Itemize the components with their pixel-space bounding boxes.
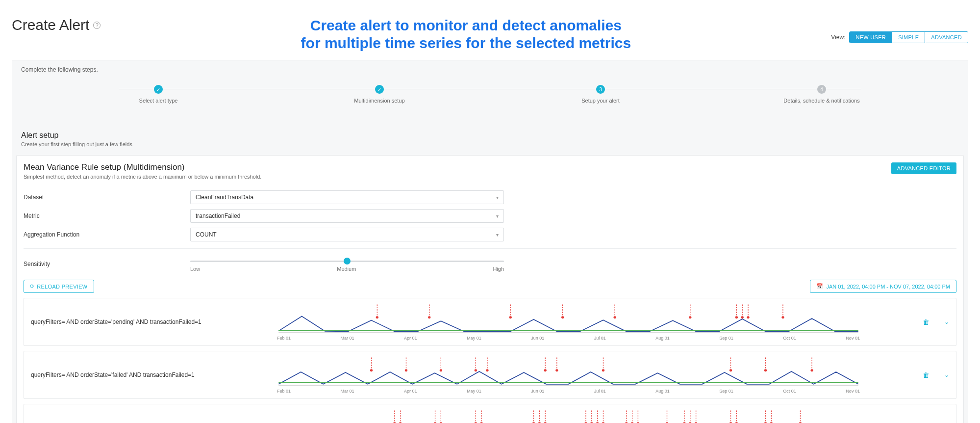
axis-tick: Nov 01 <box>846 336 860 341</box>
sensitivity-high: High <box>493 266 504 272</box>
step-2: Multidimension setup <box>330 85 428 104</box>
axis-tick: May 01 <box>467 389 481 394</box>
svg-point-41 <box>764 369 767 371</box>
sensitivity-slider[interactable]: Low Medium High <box>190 256 504 272</box>
chevron-down-icon: ▾ <box>496 195 499 200</box>
axis-tick: Jun 01 <box>531 389 544 394</box>
step-label-2: Multidimension setup <box>330 98 428 104</box>
step-3: 3 Setup your alert <box>552 85 650 104</box>
sensitivity-low: Low <box>190 266 200 272</box>
aggregation-value: COUNT <box>196 231 217 238</box>
metric-select[interactable]: transactionFailed ▾ <box>190 209 504 223</box>
trash-icon[interactable]: 🗑 <box>923 318 930 326</box>
series-query-label: queryFilters= AND orderState='pending' A… <box>31 318 276 325</box>
view-tab-new-user[interactable]: NEW USER <box>850 32 892 43</box>
stepper: Select alert type Multidimension setup 3… <box>21 82 959 117</box>
view-button-group: NEW USER SIMPLE ADVANCED <box>849 31 968 43</box>
svg-point-6 <box>509 316 512 318</box>
advanced-editor-button[interactable]: ADVANCED EDITOR <box>891 162 956 174</box>
aggregation-select[interactable]: COUNT ▾ <box>190 228 504 241</box>
rule-subtitle: Simplest method, detect an anomaly if a … <box>24 174 261 180</box>
chevron-down-icon: ▾ <box>496 213 499 219</box>
series-card: queryFilters= AND orderState='pending' A… <box>24 298 956 346</box>
axis-tick: Aug 01 <box>655 389 670 394</box>
svg-point-37 <box>602 369 604 371</box>
svg-point-18 <box>747 316 749 318</box>
svg-point-23 <box>370 369 373 371</box>
svg-point-2 <box>376 316 378 318</box>
axis-tick: Sep 01 <box>719 336 733 341</box>
metric-value: transactionFailed <box>196 212 240 219</box>
slider-thumb[interactable] <box>344 258 351 264</box>
date-range-text: JAN 01, 2022, 04:00 PM - NOV 07, 2022, 0… <box>826 284 950 290</box>
step-dot-4: 4 <box>817 85 826 94</box>
aggregation-label: Aggregation Function <box>24 231 190 238</box>
series-chart <box>276 356 861 388</box>
svg-point-8 <box>561 316 564 318</box>
chevron-down-icon: ▾ <box>496 232 499 238</box>
series-card: queryFilters= AND orderState='fulfilled'… <box>24 404 956 423</box>
step-dot-2 <box>375 85 384 94</box>
series-actions: 🗑⌄ <box>861 318 949 326</box>
axis-tick: Aug 01 <box>655 336 670 341</box>
step-label-1: Select alert type <box>109 98 207 104</box>
chart-x-axis: Feb 01Mar 01Apr 01May 01Jun 01Jul 01Aug … <box>276 336 861 341</box>
svg-point-10 <box>613 316 616 318</box>
axis-tick: Jun 01 <box>531 336 544 341</box>
axis-tick: Oct 01 <box>783 389 796 394</box>
svg-point-16 <box>741 316 744 318</box>
svg-point-20 <box>781 316 784 318</box>
svg-point-25 <box>405 369 407 371</box>
axis-tick: Jul 01 <box>594 389 606 394</box>
chevron-down-icon[interactable]: ⌄ <box>944 371 949 378</box>
chevron-down-icon[interactable]: ⌄ <box>944 318 949 325</box>
svg-point-43 <box>810 369 813 371</box>
sensitivity-label: Sensitivity <box>24 261 190 267</box>
reload-label: RELOAD PREVIEW <box>37 284 87 290</box>
axis-tick: Oct 01 <box>783 336 796 341</box>
svg-point-29 <box>475 369 477 371</box>
series-chart <box>276 409 861 423</box>
svg-point-39 <box>729 369 732 371</box>
view-label: View: <box>831 34 845 41</box>
step-label-4: Details, schedule & notifications <box>773 98 871 104</box>
step-dot-1 <box>154 85 163 94</box>
step-dot-3: 3 <box>596 85 605 94</box>
trash-icon[interactable]: 🗑 <box>923 371 930 379</box>
svg-point-12 <box>689 316 691 318</box>
steps-title: Complete the following steps. <box>21 66 959 73</box>
svg-point-31 <box>486 369 488 371</box>
svg-point-14 <box>735 316 738 318</box>
reload-preview-button[interactable]: ⟳ RELOAD PREVIEW <box>24 280 94 293</box>
page-title: Create Alert ? <box>12 17 101 33</box>
help-icon[interactable]: ? <box>93 22 101 29</box>
svg-point-27 <box>440 369 442 371</box>
view-toggle: View: NEW USER SIMPLE ADVANCED <box>831 31 968 43</box>
page-title-text: Create Alert <box>12 17 89 33</box>
dataset-label: Dataset <box>24 194 190 201</box>
axis-tick: Mar 01 <box>341 389 354 394</box>
calendar-icon: 📅 <box>816 283 823 290</box>
alert-setup-title: Alert setup <box>21 131 959 140</box>
view-tab-advanced[interactable]: ADVANCED <box>925 32 968 43</box>
axis-tick: Nov 01 <box>846 389 860 394</box>
view-tab-simple[interactable]: SIMPLE <box>892 32 925 43</box>
dataset-select[interactable]: CleanFraudTransData ▾ <box>190 190 504 204</box>
alert-setup-head: Alert setup Create your first step filli… <box>12 123 968 150</box>
svg-point-35 <box>555 369 558 371</box>
svg-point-4 <box>428 316 430 318</box>
rule-title: Mean Variance Rule setup (Multidimension… <box>24 162 261 172</box>
axis-tick: Feb 01 <box>277 389 291 394</box>
series-query-label: queryFilters= AND orderState='failed' AN… <box>31 371 276 378</box>
axis-tick: May 01 <box>467 336 481 341</box>
date-range-button[interactable]: 📅 JAN 01, 2022, 04:00 PM - NOV 07, 2022,… <box>810 280 956 293</box>
main-panel: Complete the following steps. Select ale… <box>12 60 968 423</box>
series-actions: 🗑⌄ <box>861 371 949 379</box>
series-card: queryFilters= AND orderState='failed' AN… <box>24 351 956 399</box>
axis-tick: Sep 01 <box>719 389 733 394</box>
metric-label: Metric <box>24 212 190 219</box>
step-label-3: Setup your alert <box>552 98 650 104</box>
chart-x-axis: Feb 01Mar 01Apr 01May 01Jun 01Jul 01Aug … <box>276 389 861 394</box>
svg-point-33 <box>544 369 547 371</box>
annotation-line1: Create alert to monitor and detect anoma… <box>120 17 811 34</box>
